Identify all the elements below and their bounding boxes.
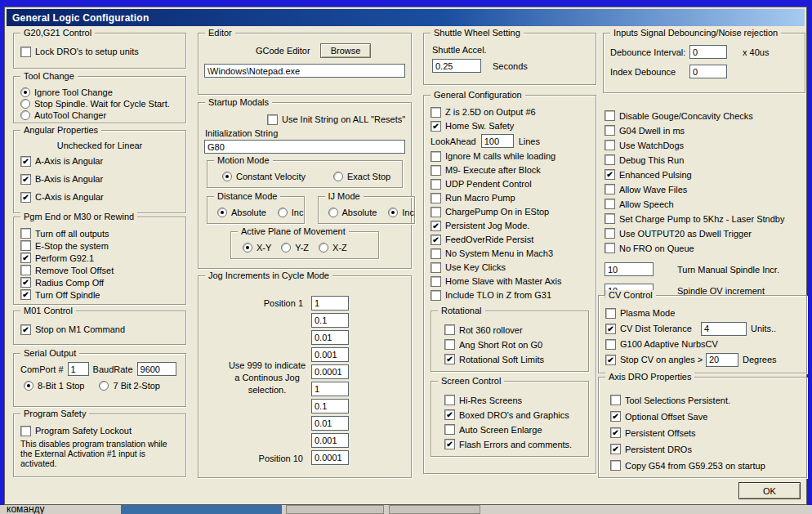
checkbox[interactable] xyxy=(431,179,441,190)
checkbox[interactable] xyxy=(431,151,441,162)
checkbox[interactable] xyxy=(431,221,441,231)
jog-increment-input[interactable] xyxy=(311,313,349,328)
checkbox-row[interactable]: Allow Speech xyxy=(605,197,809,211)
checkbox[interactable] xyxy=(431,276,441,287)
checkbox[interactable] xyxy=(20,174,31,185)
checkbox[interactable] xyxy=(20,324,31,335)
checkbox-row[interactable]: E-Stop the system xyxy=(20,239,185,252)
checkbox-row[interactable]: Ang Short Rot on G0 xyxy=(444,337,588,351)
radio-button[interactable] xyxy=(99,381,109,391)
radio-button[interactable] xyxy=(281,243,291,253)
browse-button[interactable]: Browse xyxy=(320,43,372,58)
radio-button[interactable] xyxy=(20,99,30,109)
radio-button[interactable] xyxy=(20,110,30,120)
checkbox[interactable] xyxy=(20,192,31,203)
checkbox-row[interactable]: No FRO on Queue xyxy=(605,241,809,255)
checkbox[interactable] xyxy=(20,47,31,57)
checkbox[interactable] xyxy=(431,165,441,176)
checkbox[interactable] xyxy=(605,355,616,365)
checkbox[interactable] xyxy=(605,243,615,253)
checkbox[interactable] xyxy=(431,290,441,301)
checkbox-row[interactable]: Disable Gouge/Concavity Checks xyxy=(605,109,809,123)
checkbox[interactable] xyxy=(20,253,31,263)
use-init-string-row[interactable]: Use Init String on ALL "Resets" xyxy=(267,113,411,126)
checkbox[interactable] xyxy=(20,277,31,288)
checkbox-row[interactable]: Persistent Offsets xyxy=(610,425,806,440)
checkbox-row[interactable]: Turn off all outputs xyxy=(20,227,185,239)
radio-row[interactable]: 8-Bit 1 Stop xyxy=(24,379,84,392)
checkbox[interactable] xyxy=(444,395,455,405)
radio-row[interactable]: Stop Spindle. Wait for Cycle Start. xyxy=(20,98,185,110)
shuttle-accel-input[interactable] xyxy=(432,59,481,73)
radio-row[interactable]: Inc xyxy=(388,206,414,219)
checkbox[interactable] xyxy=(605,339,616,350)
radio-row[interactable]: Constant Velocity xyxy=(222,170,306,183)
checkbox-row[interactable]: Use WatchDogs xyxy=(605,138,809,152)
jog-increment-input[interactable] xyxy=(311,364,349,379)
checkbox-row[interactable]: Rot 360 rollover xyxy=(444,323,588,337)
init-string-input[interactable] xyxy=(204,140,405,154)
checkbox[interactable] xyxy=(20,426,31,436)
checkbox-row[interactable]: Program Safety Lockout xyxy=(20,424,185,437)
checkbox[interactable] xyxy=(444,439,455,449)
checkbox[interactable] xyxy=(20,228,31,239)
radio-row[interactable]: Inc xyxy=(278,206,304,219)
checkbox-row[interactable]: FeedOverRide Persist xyxy=(431,233,596,246)
checkbox-row[interactable]: Use Key Clicks xyxy=(431,261,596,274)
checkbox-row[interactable]: Enhanced Pulsing xyxy=(605,168,809,181)
checkbox[interactable] xyxy=(431,207,441,217)
radio-button[interactable] xyxy=(388,208,398,217)
jog-increment-input[interactable] xyxy=(311,296,349,311)
manual-spindle-incr-input[interactable] xyxy=(605,262,654,276)
checkbox-row[interactable]: M9- Execute after Block xyxy=(431,163,596,177)
stop-cv-angles-input[interactable] xyxy=(706,353,738,367)
checkbox[interactable] xyxy=(605,169,615,180)
radio-button[interactable] xyxy=(243,243,252,253)
checkbox-row[interactable]: Stop on M1 Command xyxy=(20,323,185,336)
checkbox[interactable] xyxy=(431,248,441,259)
checkbox[interactable] xyxy=(610,395,621,405)
checkbox-row[interactable]: Home Sw. Safety xyxy=(431,119,596,132)
radio-button[interactable] xyxy=(217,208,227,217)
checkbox[interactable] xyxy=(20,240,31,251)
ok-button[interactable]: OK xyxy=(738,482,801,499)
checkbox[interactable] xyxy=(605,110,615,121)
checkbox-row[interactable]: Hi-Res Screens xyxy=(444,393,588,407)
checkbox-row[interactable]: Perform G92.1 xyxy=(20,252,185,264)
jog-increment-input[interactable] xyxy=(311,416,349,431)
cv-dist-tolerance-input[interactable] xyxy=(701,322,747,336)
checkbox-row[interactable]: Copy G54 from G59.253 on startup xyxy=(610,458,806,473)
jog-increment-input[interactable] xyxy=(311,433,349,448)
debounce-interval-input[interactable] xyxy=(689,45,727,59)
checkbox[interactable] xyxy=(605,154,615,165)
checkbox[interactable] xyxy=(610,411,621,422)
checkbox-row[interactable]: Run Macro Pump xyxy=(431,191,596,204)
checkbox[interactable] xyxy=(444,409,455,420)
checkbox[interactable] xyxy=(444,324,455,335)
radio-row[interactable]: X-Z xyxy=(319,241,347,254)
checkbox[interactable] xyxy=(605,140,615,150)
jog-increment-input[interactable] xyxy=(311,330,349,345)
checkbox-row[interactable]: Ignore M calls while loading xyxy=(431,150,596,163)
checkbox-row[interactable]: Lock DRO's to setup units xyxy=(20,45,185,58)
radio-row[interactable]: AutoTool Changer xyxy=(20,110,185,121)
checkbox[interactable] xyxy=(605,125,615,136)
checkbox[interactable] xyxy=(267,114,278,125)
comport-input[interactable] xyxy=(68,362,89,376)
jog-increment-input[interactable] xyxy=(311,450,349,465)
radio-row[interactable]: Y-Z xyxy=(281,241,309,254)
radio-button[interactable] xyxy=(24,381,33,391)
checkbox[interactable] xyxy=(444,354,455,364)
editor-path-input[interactable] xyxy=(204,64,405,78)
checkbox[interactable] xyxy=(605,308,616,319)
checkbox-row[interactable]: Rotational Soft Limits xyxy=(444,352,588,366)
checkbox[interactable] xyxy=(605,324,616,334)
checkbox-row[interactable]: A-Axis is Angular xyxy=(20,154,185,168)
taskbar-item[interactable] xyxy=(389,505,480,514)
jog-increment-input[interactable] xyxy=(311,399,349,413)
checkbox[interactable] xyxy=(431,107,441,118)
radio-row[interactable]: Absolute xyxy=(328,206,377,219)
checkbox-row[interactable]: Radius Comp Off xyxy=(20,276,185,288)
checkbox-row[interactable]: Include TLO in Z from G31 xyxy=(431,288,596,302)
radio-row[interactable]: Absolute xyxy=(217,206,266,219)
